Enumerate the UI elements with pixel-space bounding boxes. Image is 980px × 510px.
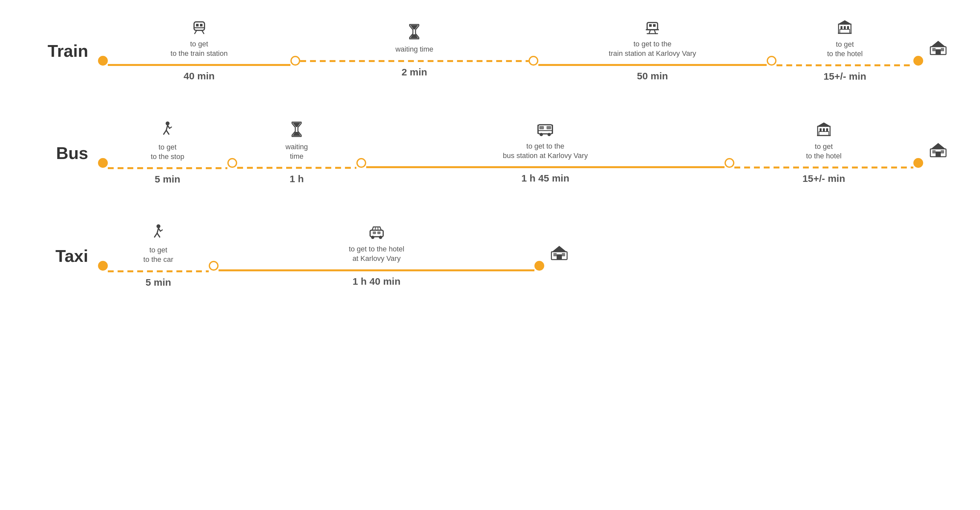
bus-segment-4: to get to the hotel 15+/- min <box>734 122 913 184</box>
svg-rect-43 <box>819 132 829 135</box>
bank-icon-2 <box>816 122 832 140</box>
taxi-line-solid-1 <box>218 269 535 271</box>
bus-timeline: x to get <box>98 121 947 185</box>
svg-point-51 <box>156 224 161 228</box>
train-timeline: x <box>98 20 947 82</box>
bus-hotel-icon <box>929 142 947 161</box>
hourglass-icon-1 <box>408 24 420 43</box>
taxi-end-wrap: x <box>535 226 544 286</box>
bus-segment-3: to get to the bus station at Karlovy Var… <box>366 122 725 184</box>
train-node-end <box>913 56 923 66</box>
train-segment-1: to get to the train station 40 min <box>108 20 290 82</box>
train-row: Train x <box>33 20 947 82</box>
taxi-seg1-top: to get to the car <box>143 224 173 264</box>
train-station-icon <box>191 20 207 38</box>
svg-rect-42 <box>826 128 828 132</box>
bus-seg2-top: waiting time <box>285 121 308 161</box>
svg-rect-32 <box>539 126 544 129</box>
svg-rect-60 <box>373 232 376 234</box>
bus-icon-1 <box>537 122 554 140</box>
svg-line-53 <box>154 233 157 237</box>
bus-seg1-duration: 5 min <box>155 174 180 185</box>
svg-point-25 <box>165 121 170 126</box>
taxi-seg2-duration: 1 h 40 min <box>353 276 401 287</box>
train-seg1-line <box>108 64 290 66</box>
svg-rect-15 <box>844 26 846 29</box>
bus-seg4-top: to get to the hotel <box>806 122 842 160</box>
bus-seg3-label: to get to the bus station at Karlovy Var… <box>503 142 588 160</box>
svg-rect-0 <box>194 22 205 30</box>
train-seg4-label: to get to the hotel <box>827 40 863 59</box>
svg-line-27 <box>164 130 166 134</box>
bus-segment-2: waiting time 1 h <box>237 121 357 184</box>
bus-seg2-label: waiting time <box>285 142 308 161</box>
svg-rect-17 <box>840 29 850 33</box>
bus-line-dashed-2 <box>237 167 357 169</box>
train-seg1-top: to get to the train station <box>170 20 228 58</box>
diagram-container: Train x <box>0 0 980 347</box>
svg-point-58 <box>371 236 374 239</box>
bank-icon-1 <box>837 20 853 38</box>
bus-label: Bus <box>33 143 98 163</box>
svg-rect-33 <box>547 126 551 129</box>
taxi-icon-1 <box>368 225 385 243</box>
svg-rect-23 <box>941 48 944 51</box>
bus-line-solid-1 <box>366 166 725 168</box>
svg-point-36 <box>547 133 551 136</box>
svg-rect-49 <box>941 150 944 154</box>
taxi-row: Taxi x <box>33 224 947 288</box>
taxi-segment-1: to get to the car 5 min <box>108 224 209 288</box>
train-line-solid-1 <box>108 64 290 66</box>
train-seg1-duration: 40 min <box>184 70 215 82</box>
bus-node-4-wrap: x <box>725 123 734 183</box>
bus-node-end <box>913 158 923 168</box>
svg-rect-67 <box>562 253 565 256</box>
svg-rect-40 <box>819 128 822 132</box>
svg-line-29 <box>167 126 170 128</box>
train-seg4-top: to get to the hotel <box>827 20 863 59</box>
bus-seg3-duration: 1 h 45 min <box>521 173 570 184</box>
train-seg3-label: to get to the train station at Karlovy V… <box>609 40 696 58</box>
train-node-2-wrap: x <box>290 21 300 81</box>
bus-node-3-wrap: x <box>356 123 366 183</box>
train-seg4-line <box>776 64 913 66</box>
svg-rect-22 <box>932 48 935 51</box>
svg-line-54 <box>157 233 160 237</box>
bus-node-2-wrap: x <box>228 123 237 183</box>
train-node-3-wrap: x <box>528 21 538 81</box>
svg-rect-47 <box>935 151 941 157</box>
taxi-label: Taxi <box>33 246 98 266</box>
svg-rect-1 <box>196 24 199 27</box>
train-segment-3: to get to the train station at Karlovy V… <box>538 20 767 82</box>
bus-line-dashed-3 <box>734 167 913 168</box>
train-line-solid-2 <box>538 64 767 66</box>
svg-marker-50 <box>931 143 945 149</box>
svg-rect-2 <box>200 24 202 27</box>
bus-node-4 <box>725 158 734 168</box>
taxi-seg1-duration: 5 min <box>145 277 171 288</box>
train-line-dashed-1 <box>300 60 528 62</box>
svg-rect-41 <box>823 128 825 132</box>
train-seg2-top: waiting time <box>395 24 433 54</box>
train-line-dashed-2 <box>776 64 913 66</box>
taxi-node-end <box>535 261 544 271</box>
svg-rect-9 <box>653 24 655 27</box>
train-segment-4: to get to the hotel 15+/- min <box>776 20 913 82</box>
hourglass-icon-2 <box>291 121 302 140</box>
svg-marker-68 <box>552 246 566 252</box>
svg-rect-6 <box>647 22 657 30</box>
taxi-line-dashed-1 <box>108 270 209 272</box>
bus-start-node: x <box>98 123 108 183</box>
bus-seg4-label: to get to the hotel <box>806 142 842 160</box>
svg-point-59 <box>379 236 382 239</box>
train-node-3 <box>528 56 538 66</box>
bus-segment-1: to get to the stop 5 min <box>108 121 228 185</box>
bus-row: Bus x <box>33 121 947 185</box>
bus-line-dashed-1 <box>108 167 228 169</box>
svg-rect-61 <box>377 232 380 234</box>
svg-rect-48 <box>932 150 935 154</box>
bus-end-wrap: x <box>913 123 923 183</box>
svg-rect-16 <box>847 26 849 29</box>
train-label: Train <box>33 41 98 61</box>
train-node-4 <box>767 56 776 66</box>
